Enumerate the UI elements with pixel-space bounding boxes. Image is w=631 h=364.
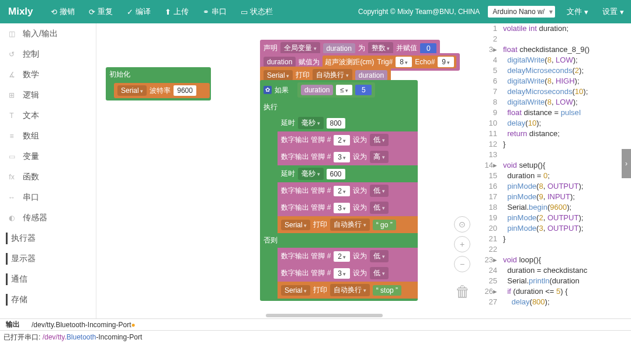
category-13[interactable]: ▶存储 [0, 289, 96, 310]
file-label: 文件 [567, 6, 582, 17]
trash-icon[interactable]: 🗑 [455, 283, 470, 301]
gear-icon[interactable]: ✿ [264, 86, 272, 94]
console-p1: /dev/tty. [43, 333, 67, 341]
cat-label: 传感器 [23, 213, 47, 223]
delay-val1[interactable]: 800 [327, 118, 345, 129]
pin-set1: 设为 [353, 135, 367, 145]
pin-label1: 数字输出 管脚 # [281, 135, 331, 145]
category-9[interactable]: ◐传感器 [0, 207, 96, 228]
workspace[interactable]: 初始化 Serial 波特率 9600 声明 全局变量 duration 为 整… [96, 23, 476, 318]
cat-icon: ◫ [6, 28, 18, 40]
decl-type[interactable]: 整数 [368, 42, 394, 54]
baud-input[interactable]: 9600 [174, 85, 196, 96]
category-4[interactable]: T文本 [0, 105, 96, 126]
pin-state5[interactable]: 低 [370, 250, 389, 262]
pin-num6[interactable]: 3 [334, 268, 350, 279]
print-mode[interactable]: 自动换行 [313, 69, 352, 81]
pin-label5: 数字输出 管脚 # [281, 251, 331, 261]
pin-num3[interactable]: 2 [334, 186, 350, 196]
undo-button[interactable]: ⟲ 撤销 [51, 6, 75, 17]
else-label: 否则 [264, 235, 278, 245]
decl-as: 为 [358, 43, 365, 53]
horizontal-scrollbar[interactable] [266, 314, 383, 317]
pin-label3: 数字输出 管脚 # [281, 186, 331, 196]
set-label: 赋值为 [299, 57, 320, 67]
set-var-name[interactable]: duration [264, 57, 296, 67]
category-2[interactable]: ∡数学 [0, 64, 96, 85]
print-mode2[interactable]: 自动换行 [330, 219, 370, 231]
zoom-out-button[interactable]: − [454, 256, 470, 272]
zoom-center-button[interactable]: ⊙ [454, 216, 470, 233]
print-str-stop[interactable]: stop [373, 285, 401, 296]
decl-scope: 声明 [264, 43, 278, 53]
block-setup[interactable]: 初始化 Serial 波特率 9600 [106, 67, 211, 100]
echo-pin[interactable]: 9 [438, 57, 454, 67]
category-1[interactable]: ↺控制 [0, 44, 96, 64]
category-7[interactable]: fx函数 [0, 167, 96, 187]
delay-label2: 延时 [281, 169, 295, 179]
decl-scope-field[interactable]: 全局变量 [280, 42, 320, 54]
pin-num1[interactable]: 2 [334, 135, 350, 145]
decl-value[interactable]: 0 [420, 43, 436, 54]
print-mode3[interactable]: 自动换行 [330, 284, 370, 296]
compile-button[interactable]: ✓ 编译 [127, 6, 151, 17]
cat-icon: ≡ [6, 130, 18, 142]
pin-state2[interactable]: 高 [370, 151, 389, 163]
undo-label: 撤销 [60, 6, 75, 17]
category-8[interactable]: ↔串口 [0, 187, 96, 207]
output-tab[interactable]: 输出 [0, 318, 26, 331]
settings-menu[interactable]: 设置 ▾ [602, 6, 624, 17]
board-select[interactable]: Arduino Nano w/ [488, 6, 555, 18]
trig-pin[interactable]: 8 [396, 57, 412, 67]
category-11[interactable]: ▶显示器 [0, 248, 96, 269]
print-label: 打印 [296, 70, 310, 80]
category-10[interactable]: ▶执行器 [0, 228, 96, 248]
pin-num4[interactable]: 3 [334, 203, 350, 213]
print-str-go[interactable]: go [373, 220, 396, 230]
cat-icon: fx [6, 171, 18, 183]
pin-state3[interactable]: 低 [370, 185, 389, 197]
setup-label: 初始化 [109, 70, 130, 79]
category-3[interactable]: ⊞逻辑 [0, 85, 96, 105]
redo-button[interactable]: ⟳ 重复 [89, 6, 113, 17]
status-button[interactable]: ▭ 状态栏 [241, 6, 273, 17]
print-label2: 打印 [313, 220, 327, 230]
cat-icon: ∡ [6, 69, 18, 81]
serial-field[interactable]: Serial [117, 85, 147, 96]
delay-val2[interactable]: 600 [327, 169, 345, 179]
category-12[interactable]: ▶通信 [0, 269, 96, 289]
category-0[interactable]: ◫输入/输出 [0, 23, 96, 44]
category-5[interactable]: ≡数组 [0, 126, 96, 146]
print-var[interactable]: duration [355, 70, 387, 81]
code-panel: 1 2 3▸4 5 6 7 8 9 10 11 12 13 14▸15 16 1… [476, 23, 631, 318]
file-menu[interactable]: 文件 ▾ [567, 6, 588, 17]
serial-button[interactable]: ⚭ 串口 [203, 6, 227, 17]
delay-unit1[interactable]: 毫秒 [298, 117, 324, 129]
pin-num2[interactable]: 3 [334, 152, 350, 162]
cat-label: 串口 [23, 192, 39, 203]
if-op[interactable]: ≤ [336, 85, 352, 95]
pin-num5[interactable]: 2 [334, 251, 350, 262]
decl-var-name[interactable]: duration [323, 43, 355, 54]
serial-sel3[interactable]: Serial [281, 285, 310, 296]
pin-set2: 设为 [353, 152, 367, 162]
zoom-in-button[interactable]: + [454, 236, 470, 252]
pin-state6[interactable]: 低 [370, 267, 389, 279]
panel-collapse-button[interactable]: › [622, 149, 631, 178]
serial-sel[interactable]: Serial [264, 70, 293, 81]
upload-button[interactable]: ⬆ 上传 [165, 6, 189, 17]
serial-sel2[interactable]: Serial [281, 220, 310, 230]
cat-icon: T [6, 110, 18, 122]
port-label: /dev/tty.Bluetooth-Incoming-Port [32, 321, 131, 329]
block-if[interactable]: ✿ 如果 duration ≤ 5 执行 延时毫秒800 数字输出 管脚 #2设… [260, 80, 418, 301]
pin-state4[interactable]: 低 [370, 202, 389, 214]
if-var[interactable]: duration [301, 85, 333, 95]
cat-label: 函数 [23, 172, 39, 182]
port-tab[interactable]: /dev/tty.Bluetooth-Incoming-Port● [26, 320, 141, 330]
pin-state1[interactable]: 低 [370, 134, 389, 146]
category-6[interactable]: ▭变量 [0, 146, 96, 167]
delay-unit2[interactable]: 毫秒 [298, 168, 324, 180]
cat-label: 数组 [23, 131, 39, 141]
decl-assign: 并赋值 [396, 43, 417, 53]
if-num[interactable]: 5 [355, 85, 372, 95]
